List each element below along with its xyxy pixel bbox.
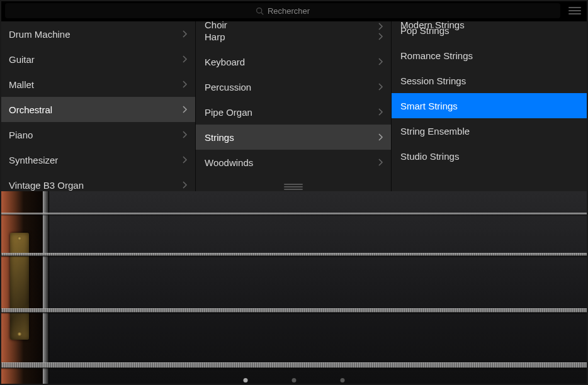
chevron-right-icon [183, 30, 188, 38]
page-dot[interactable] [244, 378, 248, 382]
list-item[interactable]: Drum Machine [0, 21, 195, 47]
nut-bar [43, 191, 49, 385]
svg-point-0 [257, 8, 262, 13]
list-item[interactable]: Strings [196, 125, 391, 150]
list-item-label: Orchestral [9, 104, 52, 115]
list-item[interactable]: Percussion [196, 74, 391, 99]
list-item-label: Guitar [9, 54, 35, 65]
list-item[interactable]: Vintage B3 Organ [0, 172, 195, 191]
list-item-label: Woodwinds [205, 157, 253, 168]
list-item[interactable]: Mallet [0, 72, 195, 97]
search-bar: Rechercher [0, 0, 588, 21]
chevron-right-icon [183, 131, 188, 138]
list-item[interactable]: Session Strings [392, 68, 588, 93]
list-item-label: Studio Strings [400, 151, 459, 162]
list-item-label: Session Strings [400, 75, 466, 86]
list-item[interactable]: Smart Strings [392, 93, 588, 118]
list-item[interactable]: Pop Strings [392, 21, 588, 43]
chevron-right-icon [183, 81, 188, 88]
chevron-right-icon [378, 83, 383, 91]
list-item[interactable]: Harp [196, 24, 391, 49]
list-item[interactable]: Woodwinds [196, 150, 391, 175]
list-item-label: Vintage B3 Organ [9, 180, 84, 191]
svg-line-1 [261, 12, 263, 14]
chevron-right-icon [378, 33, 383, 40]
list-item-label: Pop Strings [400, 25, 449, 36]
list-item[interactable]: Orchestral [0, 97, 195, 122]
chevron-right-icon [378, 58, 383, 65]
list-item[interactable]: Pipe Organ [196, 99, 391, 125]
list-item-label: String Ensemble [400, 126, 470, 137]
list-item-label: Mallet [9, 79, 34, 90]
list-item-label: Keyboard [205, 57, 245, 67]
list-item-label: Smart Strings [400, 101, 458, 111]
chevron-right-icon [378, 108, 383, 116]
list-item[interactable]: Keyboard [196, 49, 391, 74]
drag-handle-icon[interactable] [284, 184, 303, 190]
list-item[interactable]: Romance Strings [392, 43, 588, 68]
list-item-label: Synthesizer [9, 155, 58, 165]
chevron-right-icon [183, 181, 188, 189]
list-item-label: Romance Strings [400, 50, 473, 61]
browser-column-3: Modern Strings Pop StringsRomance String… [392, 21, 588, 191]
chevron-right-icon [183, 156, 188, 164]
chevron-right-icon [183, 106, 188, 113]
string-2[interactable] [0, 253, 588, 256]
list-item[interactable]: Piano [0, 122, 195, 147]
menu-handle-icon[interactable] [567, 7, 583, 14]
browser-column-2: Choir HarpKeyboardPercussionPipe OrganSt… [196, 21, 392, 191]
string-3[interactable] [0, 308, 588, 313]
list-item[interactable]: Guitar [0, 47, 195, 72]
string-4[interactable] [0, 362, 588, 368]
page-dot[interactable] [292, 378, 297, 382]
search-icon [256, 7, 264, 15]
chevron-right-icon [378, 133, 383, 141]
instrument-play-area[interactable] [0, 191, 588, 385]
page-indicator[interactable] [244, 378, 345, 382]
list-item-label: Drum Machine [9, 29, 71, 40]
list-item[interactable]: Synthesizer [0, 147, 195, 172]
chevron-right-icon [378, 159, 383, 166]
browser-column-1: Drum MachineGuitarMalletOrchestralPianoS… [0, 21, 196, 191]
string-1[interactable] [0, 213, 588, 215]
search-input[interactable]: Rechercher [5, 3, 560, 18]
brass-plate [10, 233, 29, 340]
list-item[interactable]: String Ensemble [392, 118, 588, 143]
list-item-label: Strings [205, 132, 234, 143]
list-item-label: Pipe Organ [205, 107, 252, 118]
list-item-label: Percussion [205, 82, 251, 92]
instrument-browser: Drum MachineGuitarMalletOrchestralPianoS… [0, 21, 588, 191]
list-item-label: Harp [205, 31, 225, 42]
search-placeholder: Rechercher [268, 6, 310, 16]
list-item[interactable]: Studio Strings [392, 143, 588, 169]
chevron-right-icon [183, 55, 188, 63]
page-dot[interactable] [341, 378, 345, 382]
list-item-label: Piano [9, 130, 33, 140]
